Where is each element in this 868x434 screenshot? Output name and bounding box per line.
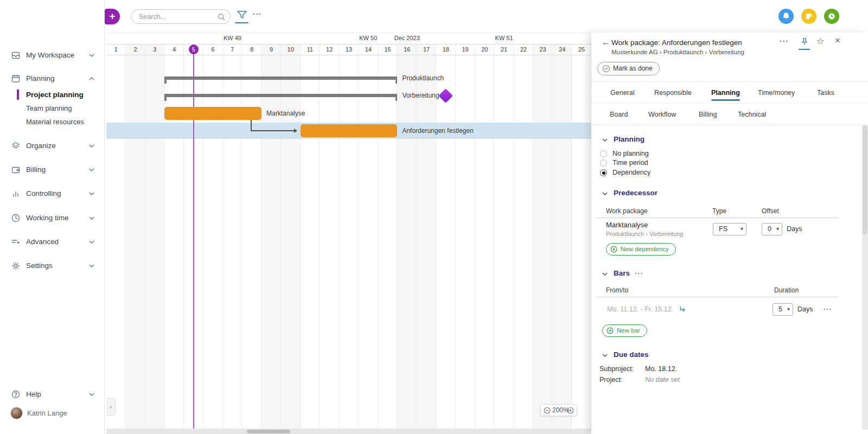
tab-time-money[interactable]: Time/money [758, 82, 795, 104]
day-number: 10 [281, 44, 301, 55]
tab-technical[interactable]: Technical [738, 104, 766, 125]
toolbar-more-icon[interactable]: ··· [253, 10, 262, 18]
weekend-column [552, 44, 572, 429]
sidebar-item-team-planning[interactable]: Team planning [0, 103, 105, 114]
offset-select[interactable]: 0 ▾ [762, 223, 782, 235]
day-column [572, 44, 591, 429]
weekend-column [397, 44, 417, 429]
sidebar-item-material-resources[interactable]: Material resources [0, 116, 105, 128]
sidebar-item-label: Organize [26, 142, 56, 150]
due-date-value: Mo. 18.12. [645, 365, 677, 373]
column-header-work-package: Work package [606, 207, 647, 215]
favorite-star-icon[interactable]: ☆ [816, 36, 824, 46]
panel-scrollbar-thumb[interactable] [863, 126, 867, 234]
day-column [514, 44, 533, 429]
goto-bar-icon[interactable] [679, 305, 686, 313]
horizontal-scrollbar-thumb[interactable] [247, 430, 290, 433]
chevron-down-icon[interactable] [602, 138, 608, 142]
layers-icon [11, 141, 21, 151]
horizontal-scrollbar[interactable] [106, 429, 591, 434]
sidebar-item-billing[interactable]: Billing [0, 162, 105, 177]
mark-as-done-button[interactable]: Mark as done [597, 62, 660, 75]
notifications-button[interactable] [778, 9, 794, 24]
zoom-in-icon[interactable] [567, 407, 574, 414]
clock-white-icon [827, 11, 837, 21]
radio-time-period[interactable] [600, 159, 607, 167]
tab-billing[interactable]: Billing [699, 104, 717, 125]
inbox-icon [11, 50, 21, 60]
sidebar-item-label: Controlling [26, 189, 61, 197]
tab-responsible[interactable]: Responsible [654, 82, 692, 104]
tab-tasks[interactable]: Tasks [817, 82, 834, 104]
caret-down-icon: ▾ [741, 226, 743, 232]
day-number: 22 [514, 44, 533, 55]
new-bar-button[interactable]: New bar [602, 324, 647, 337]
gantt-task-bar-marktanalyse[interactable] [164, 107, 261, 120]
tab-planning[interactable]: Planning [711, 82, 740, 104]
day-number: 13 [339, 44, 359, 55]
close-icon[interactable]: × [835, 35, 840, 46]
sidebar-item-organize[interactable]: Organize [0, 138, 105, 154]
tab-board[interactable]: Board [610, 104, 628, 125]
time-tracking-button[interactable] [824, 9, 839, 24]
top-bar: OCTAVED FLOW + ··· [0, 0, 868, 33]
plus-circle-icon [607, 327, 614, 334]
chevron-down-icon[interactable] [602, 192, 608, 195]
tab-general[interactable]: General [610, 82, 634, 104]
due-date-label: Project: [599, 376, 622, 384]
zoom-out-icon[interactable] [544, 407, 551, 414]
expand-panel-handle[interactable]: › [106, 398, 116, 416]
bar-row-more-icon[interactable]: ··· [824, 305, 832, 313]
dependency-type-select[interactable]: FS ▾ [713, 223, 746, 235]
sidebar-item-advanced[interactable]: Advanced [0, 234, 105, 250]
panel-title: Work package: Anforderungen festlegen [611, 39, 742, 47]
dependency-line [251, 130, 294, 131]
radio-label-dependency: Dependency [612, 169, 650, 176]
chevron-down-icon [89, 192, 94, 195]
chevron-down-icon[interactable] [602, 354, 608, 357]
sidebar-item-help[interactable]: Help [0, 387, 105, 402]
day-number: 6 [203, 44, 223, 55]
dependency-line [251, 120, 252, 130]
duration-select[interactable]: 5 ▾ [773, 303, 793, 316]
new-dependency-label: New dependency [621, 246, 669, 252]
offset-unit: Days [787, 225, 802, 233]
table-divider [597, 297, 838, 297]
filter-icon[interactable] [237, 10, 247, 20]
panel-more-icon[interactable]: ··· [780, 37, 789, 46]
sidebar-item-my-workspace[interactable]: My Workspace [0, 48, 105, 63]
tab-workflow[interactable]: Workflow [648, 104, 676, 125]
gantt-summary-bar-vorbereitung[interactable] [164, 94, 397, 97]
day-column [301, 44, 320, 429]
sidebar-item-label: Advanced [26, 238, 59, 246]
pin-icon[interactable] [800, 37, 809, 47]
weekend-column [417, 44, 436, 429]
sidebar-item-planning[interactable]: Planning [0, 71, 105, 86]
day-number: 1 [106, 44, 126, 55]
gantt-summary-bar-produktlaunch[interactable] [164, 76, 397, 80]
radio-no-planning[interactable] [600, 150, 607, 157]
sidebar-item-label: Billing [26, 165, 46, 174]
search-icon [217, 12, 226, 21]
today-marker: 5 [189, 44, 199, 54]
chevron-down-icon[interactable] [602, 272, 608, 276]
work-package-panel: ← Work package: Anforderungen festlegen … [591, 33, 868, 434]
sidebar-item-settings[interactable]: Settings [0, 258, 105, 273]
new-dependency-button[interactable]: New dependency [606, 243, 676, 256]
add-button[interactable]: + [105, 9, 120, 24]
radio-dependency[interactable] [600, 169, 607, 176]
panel-scrollbar[interactable] [862, 125, 868, 430]
gantt-task-bar-anforderungen-festlegen[interactable] [301, 124, 398, 137]
back-icon[interactable]: ← [602, 37, 610, 47]
sidebar-item-label: Help [26, 390, 41, 398]
breadcrumb[interactable]: Musterkunde AG › Produktlaunch › Vorbere… [611, 49, 744, 55]
search-input[interactable] [138, 11, 214, 22]
gantt-zoom-control: 200% [540, 404, 577, 416]
sidebar-item-controlling[interactable]: Controlling [0, 186, 105, 201]
user-menu[interactable]: Katrin Lange [0, 406, 105, 422]
bars-more-icon[interactable]: ··· [635, 269, 643, 277]
column-header-duration: Duration [774, 286, 799, 294]
sidebar-item-working-time[interactable]: Working time [0, 210, 105, 226]
messages-button[interactable] [801, 9, 816, 24]
sidebar-item-project-planning[interactable]: Project planning [0, 89, 105, 101]
